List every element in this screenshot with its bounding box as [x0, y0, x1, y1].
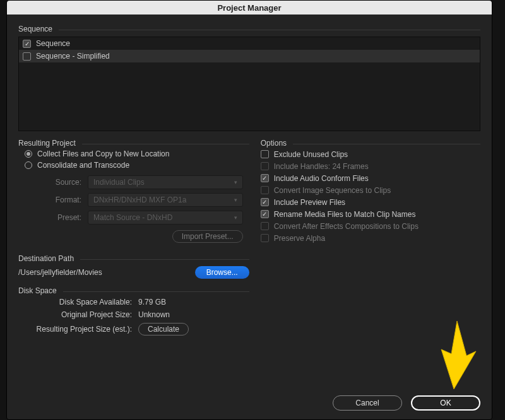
project-manager-dialog: Project Manager Sequence ✓ Sequence Sequ…	[6, 0, 492, 420]
checkbox-icon[interactable]	[23, 52, 31, 61]
option-preview-files[interactable]: ✓ Include Preview Files	[261, 196, 480, 208]
checkbox-icon[interactable]: ✓	[261, 174, 269, 182]
checkbox-icon[interactable]: ✓	[261, 210, 269, 218]
options-label: Options	[261, 139, 293, 148]
browse-button[interactable]: Browse...	[195, 266, 249, 279]
options-section: Options Exclude Unused Clips Include Han…	[261, 144, 480, 244]
destination-label: Destination Path	[18, 254, 80, 263]
option-convert-ae: Convert After Effects Compositions to Cl…	[261, 220, 480, 232]
disk-avail-value: 9.79 GB	[138, 298, 166, 306]
dialog-actions: Cancel OK	[7, 389, 492, 419]
calculate-button[interactable]: Calculate	[138, 323, 189, 335]
preset-value: Match Source - DNxHD	[93, 213, 172, 222]
chevron-down-icon: ▾	[234, 197, 237, 203]
option-rename-media[interactable]: ✓ Rename Media Files to Match Clip Names	[261, 208, 480, 220]
option-label: Rename Media Files to Match Clip Names	[274, 210, 416, 219]
dialog-title: Project Manager	[217, 3, 281, 13]
radio-consolidate[interactable]: Consolidate and Transcode	[18, 160, 249, 171]
destination-section: Destination Path /Users/jellyfielder/Mov…	[18, 259, 249, 280]
resulting-project-section: Resulting Project Collect Files and Copy…	[18, 144, 249, 248]
sequence-section-label: Sequence	[18, 25, 59, 33]
sequence-section: Sequence ✓ Sequence Sequence - Simplifie…	[18, 30, 480, 131]
est-size-label: Resulting Project Size (est.):	[18, 325, 138, 334]
option-exclude-unused[interactable]: Exclude Unused Clips	[261, 148, 480, 160]
option-label: Convert After Effects Compositions to Cl…	[274, 222, 419, 231]
preset-label: Preset:	[25, 213, 88, 222]
radio-collect-files[interactable]: Collect Files and Copy to New Location	[18, 148, 249, 160]
radio-label: Collect Files and Copy to New Location	[37, 149, 169, 158]
option-label: Convert Image Sequences to Clips	[274, 186, 391, 195]
format-value: DNxHR/DNxHD MXF OP1a	[93, 195, 186, 204]
option-label: Include Audio Conform Files	[274, 174, 369, 183]
cancel-button[interactable]: Cancel	[333, 395, 402, 411]
checkbox-icon[interactable]: ✓	[23, 40, 31, 48]
chevron-down-icon: ▾	[234, 214, 237, 221]
source-value: Individual Clips	[93, 178, 145, 187]
destination-path: /Users/jellyfielder/Movies	[18, 268, 102, 277]
source-select[interactable]: Individual Clips ▾	[88, 175, 243, 189]
checkbox-icon[interactable]: ✓	[261, 198, 269, 206]
sequence-list[interactable]: ✓ Sequence Sequence - Simplified	[18, 37, 480, 131]
radio-label: Consolidate and Transcode	[37, 161, 129, 170]
sequence-row-label: Sequence	[36, 39, 70, 48]
orig-size-label: Original Project Size:	[18, 310, 138, 319]
orig-size-value: Unknown	[138, 310, 170, 319]
radio-icon[interactable]	[25, 150, 32, 158]
ok-button[interactable]: OK	[411, 395, 480, 411]
option-label: Include Preview Files	[274, 198, 345, 207]
option-label: Include Handles: 24 Frames	[274, 162, 369, 171]
option-convert-image-seq: Convert Image Sequences to Clips	[261, 184, 480, 196]
checkbox-icon	[261, 234, 269, 242]
disk-avail-label: Disk Space Available:	[18, 298, 138, 306]
radio-icon[interactable]	[25, 161, 32, 169]
disk-space-label: Disk Space	[18, 286, 63, 295]
option-label: Preserve Alpha	[274, 234, 325, 243]
format-label: Format:	[25, 195, 88, 204]
format-select[interactable]: DNxHR/DNxHD MXF OP1a ▾	[88, 193, 243, 207]
checkbox-icon	[261, 162, 269, 170]
import-preset-button[interactable]: Import Preset...	[172, 230, 243, 243]
checkbox-icon	[261, 222, 269, 230]
option-audio-conform[interactable]: ✓ Include Audio Conform Files	[261, 172, 480, 184]
checkbox-icon[interactable]	[261, 150, 269, 158]
resulting-project-label: Resulting Project	[18, 139, 82, 148]
option-preserve-alpha: Preserve Alpha	[261, 232, 480, 244]
option-label: Exclude Unused Clips	[274, 150, 348, 159]
sequence-row[interactable]: Sequence - Simplified	[19, 50, 480, 62]
sequence-row[interactable]: ✓ Sequence	[19, 37, 480, 50]
disk-space-section: Disk Space Disk Space Available: 9.79 GB…	[18, 291, 249, 337]
option-include-handles: Include Handles: 24 Frames	[261, 160, 480, 172]
dialog-titlebar: Project Manager	[7, 1, 492, 15]
checkbox-icon	[261, 186, 269, 194]
source-label: Source:	[25, 178, 88, 187]
sequence-row-label: Sequence - Simplified	[36, 52, 110, 61]
preset-select[interactable]: Match Source - DNxHD ▾	[88, 211, 243, 225]
chevron-down-icon: ▾	[234, 179, 237, 185]
